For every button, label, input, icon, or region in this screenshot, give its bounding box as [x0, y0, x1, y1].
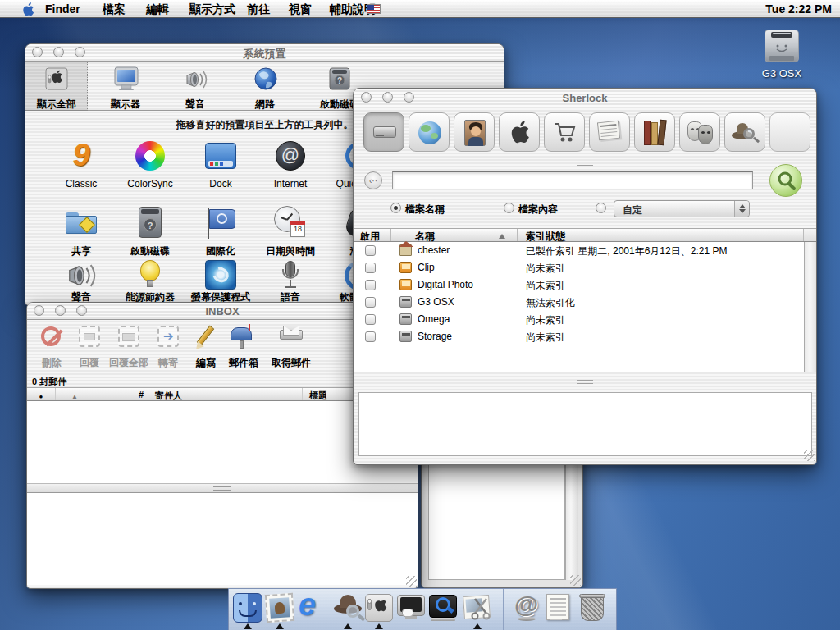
toolbar-item-displays[interactable]: 顯示器	[91, 62, 161, 111]
channel-internet-button[interactable]	[409, 112, 450, 152]
search-button[interactable]	[769, 164, 802, 197]
column-status[interactable]: 索引狀態	[518, 229, 804, 241]
toolbar-drag-handle[interactable]	[577, 162, 593, 166]
channel-shopping-button[interactable]	[544, 112, 585, 152]
enable-checkbox[interactable]	[365, 331, 376, 342]
channel-entertainment-button[interactable]	[679, 112, 720, 152]
desktop-icon-g3-osx[interactable]: G3 OSX	[749, 26, 815, 79]
input-language-flag-icon[interactable]	[367, 4, 381, 14]
dock-finder-icon[interactable]	[232, 592, 263, 623]
mail-forward-button[interactable]: ➔ 轉寄	[150, 323, 186, 371]
dock-mail-icon[interactable]	[264, 592, 295, 623]
mail-col-number[interactable]: #	[94, 388, 148, 400]
finder-running-indicator	[244, 623, 252, 629]
history-button[interactable]: ‹··	[364, 171, 382, 189]
sherlock-splitter-handle[interactable]	[577, 380, 593, 384]
volume-row[interactable]: Storage 尚未索引	[354, 328, 804, 345]
resize-grip[interactable]	[804, 450, 815, 461]
mail-preview-pane[interactable]	[27, 493, 418, 585]
channel-news-button[interactable]	[589, 112, 630, 152]
toolbar-item-network[interactable]: 網路	[231, 62, 300, 111]
sherlock-window[interactable]: Sherlock	[353, 88, 817, 465]
dock-display-icon[interactable]	[395, 592, 427, 623]
pref-date-time-icon[interactable]: 18	[272, 204, 308, 240]
dock-system-preferences-icon[interactable]	[363, 592, 395, 623]
pref-classic-icon[interactable]: 9	[63, 138, 99, 174]
dock-document-icon[interactable]	[542, 592, 573, 623]
pref-label: 日期與時間	[266, 244, 315, 258]
menu-window[interactable]: 視窗	[289, 2, 312, 17]
pref-sharing-icon[interactable]	[63, 204, 99, 240]
menu-go[interactable]: 前往	[247, 2, 270, 17]
column-on[interactable]: 啟用	[354, 229, 391, 241]
mail-reply-all-button[interactable]: 回覆全部	[109, 323, 148, 371]
radio-contents[interactable]	[504, 203, 514, 213]
dock-quicktime-icon[interactable]	[427, 592, 459, 623]
mail-mailbox-button[interactable]: 郵件箱	[224, 323, 263, 371]
channel-files-button[interactable]	[363, 112, 404, 152]
channel-people-button[interactable]	[454, 112, 495, 152]
enable-checkbox[interactable]	[365, 262, 376, 273]
volume-row[interactable]: Clip 尚未索引	[354, 259, 804, 276]
dock-grab-icon[interactable]	[462, 592, 493, 623]
channel-my-channel-button[interactable]	[724, 112, 765, 152]
channel-reference-button[interactable]	[634, 112, 675, 152]
pref-startup-disk-icon[interactable]: ?	[132, 204, 168, 240]
menu-clock[interactable]: Tue 2:22 PM	[765, 2, 832, 16]
custom-dropdown[interactable]: 自定	[614, 200, 750, 217]
menu-view[interactable]: 顯示方式	[189, 2, 235, 17]
radio-file-names[interactable]	[390, 203, 401, 213]
pref-screen-saver-icon[interactable]	[203, 258, 239, 294]
toolbar-item-show-all[interactable]: 顯示全部	[25, 62, 88, 111]
radio-custom[interactable]	[596, 203, 606, 213]
custom-dropdown-value: 自定	[623, 203, 642, 217]
channel-empty-button[interactable]	[769, 112, 810, 152]
volume-row[interactable]: G3 OSX 無法索引化	[354, 294, 804, 311]
mail-splitter[interactable]	[27, 483, 418, 493]
mail-delete-button[interactable]: 刪除	[34, 323, 70, 371]
pref-dock-icon[interactable]	[203, 138, 239, 174]
pref-energy-saver-icon[interactable]	[132, 258, 168, 294]
pref-speech-icon[interactable]	[272, 258, 308, 294]
dock-mail-url-icon[interactable]: @	[511, 592, 542, 623]
sherlock-results-pane[interactable]	[358, 392, 812, 456]
mail-compose-button[interactable]: 編寫	[188, 323, 224, 371]
mail-toolbar-label: 郵件箱	[229, 356, 258, 370]
pref-colorsync-icon[interactable]	[132, 138, 168, 174]
mail-col-flag[interactable]: ●	[27, 388, 56, 400]
mail-col-from[interactable]: 寄件人	[148, 388, 303, 400]
enable-checkbox[interactable]	[365, 297, 376, 308]
enable-checkbox[interactable]	[365, 245, 376, 256]
mail-get-mail-button[interactable]: 取得郵件	[267, 323, 316, 371]
menu-edit[interactable]: 編輯	[146, 2, 169, 17]
enable-checkbox[interactable]	[365, 280, 376, 290]
pref-international-icon[interactable]	[203, 204, 239, 240]
column-name[interactable]: 名稱	[391, 229, 518, 241]
dock-trash-icon[interactable]	[577, 592, 608, 623]
home-icon	[399, 244, 412, 256]
dock-sherlock-icon[interactable]	[332, 592, 363, 623]
volume-row[interactable]: Digital Photo 尚未索引	[354, 276, 804, 294]
dock-internet-explorer-icon[interactable]: e	[297, 592, 328, 623]
resize-grip[interactable]	[406, 576, 417, 587]
apple-icon	[510, 120, 530, 144]
apple-menu-icon[interactable]	[22, 2, 34, 16]
volume-row[interactable]: chester 已製作索引 星期二, 2001年6月12日、2:21 PM	[354, 242, 804, 259]
sysprefs-titlebar[interactable]: 系統預置	[25, 44, 504, 62]
background-window-scrollbar[interactable]	[565, 449, 578, 580]
mail-col-sort[interactable]: ▲	[56, 388, 94, 400]
pref-sound-icon[interactable]	[63, 258, 99, 294]
toolbar-item-sound[interactable]: 聲音	[161, 62, 231, 111]
enable-checkbox[interactable]	[365, 314, 376, 325]
sherlock-titlebar[interactable]: Sherlock	[354, 89, 816, 107]
menu-file[interactable]: 檔案	[103, 2, 126, 17]
search-input[interactable]	[392, 171, 753, 189]
sherlock-channel-toolbar	[354, 107, 816, 162]
channel-apple-button[interactable]	[499, 112, 540, 152]
resize-grip[interactable]	[570, 575, 581, 586]
mail-reply-button[interactable]: 回覆	[71, 323, 107, 371]
menu-app-name[interactable]: Finder	[45, 2, 80, 16]
volume-row[interactable]: Omega 尚未索引	[354, 311, 804, 328]
list-scrollbar[interactable]	[804, 242, 817, 372]
pref-internet-icon[interactable]: @	[272, 138, 308, 174]
